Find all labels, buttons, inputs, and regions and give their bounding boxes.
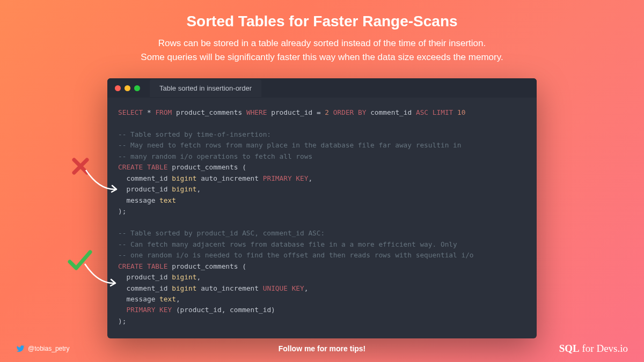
code-editor: Table sorted in insertion-order SELECT *… (107, 78, 537, 338)
kw-limit: LIMIT (433, 108, 453, 116)
brand-bold: SQL (559, 343, 580, 354)
end: ); (118, 317, 126, 325)
type: bigint (172, 185, 196, 193)
comment: -- Table sorted by product_id ASC, comme… (118, 229, 325, 237)
maximize-dot-icon (134, 85, 140, 91)
attr: auto_increment (201, 174, 259, 182)
follow-text: Follow me for more tips! (279, 344, 366, 353)
kw-table: TABLE (147, 163, 168, 171)
editor-tab: Table sorted in insertion-order (150, 79, 261, 97)
page-subtitle: Rows can be stored in a table already so… (0, 36, 644, 64)
order-col: comment_id (370, 108, 412, 116)
subtitle-line-2: Some queries will be significantly faste… (141, 52, 503, 62)
brand-rest: for Devs.io (580, 343, 628, 354)
comment: -- Can fetch many adjacent rows from dat… (118, 240, 457, 248)
tbl-name: product_comments (176, 108, 242, 116)
col: product_id (126, 185, 167, 193)
arrow-icon (82, 263, 120, 287)
attr: auto_increment (201, 284, 259, 292)
kw-orderby: ORDER BY (333, 108, 367, 116)
brand-logo: SQL for Devs.io (559, 343, 628, 354)
tbl-def: product_comments ( (172, 163, 246, 171)
kw-pk: PRIMARY KEY (126, 306, 172, 314)
type: text (159, 196, 176, 204)
twitter-handle: @tobias_petry (16, 344, 70, 353)
pk-cols: (product_id, comment_id) (176, 306, 275, 314)
type: bigint (172, 284, 196, 292)
comment: -- one random i/o is needed to find the … (118, 251, 474, 259)
minimize-dot-icon (125, 85, 130, 91)
kw-where: WHERE (246, 108, 267, 116)
editor-titlebar: Table sorted in insertion-order (107, 78, 537, 98)
arrow-icon (83, 169, 121, 193)
col: product_id (126, 273, 167, 281)
kw-select: SELECT (118, 108, 143, 116)
cond: product_id = (271, 108, 325, 116)
type: text (159, 295, 176, 303)
footer: @tobias_petry Follow me for more tips! S… (0, 343, 644, 354)
tbl-def: product_comments ( (172, 262, 246, 270)
col: comment_id (126, 174, 167, 182)
window-controls (107, 85, 140, 91)
end: ); (118, 207, 126, 215)
comment: -- many random i/o operations to fetch a… (118, 152, 312, 160)
handle-text: @tobias_petry (28, 345, 70, 352)
kw-table: TABLE (147, 262, 168, 270)
twitter-icon (16, 344, 25, 353)
kw-asc: ASC (416, 108, 428, 116)
code-block: SELECT * FROM product_comments WHERE pro… (107, 98, 537, 338)
kw-from: FROM (155, 108, 172, 116)
page-title: Sorted Tables for Faster Range-Scans (0, 0, 644, 30)
limit-n: 10 (457, 108, 465, 116)
star: * (147, 108, 151, 116)
type: bigint (172, 273, 196, 281)
subtitle-line-1: Rows can be stored in a table already so… (158, 38, 486, 48)
comment: -- Table sorted by time-of-insertion: (118, 130, 271, 138)
close-dot-icon (115, 85, 121, 91)
col: message (126, 196, 155, 204)
val: 2 (325, 108, 329, 116)
kw-uk: UNIQUE KEY (263, 284, 304, 292)
type: bigint (172, 174, 196, 182)
col: message (126, 295, 155, 303)
kw-pk: PRIMARY KEY (263, 174, 309, 182)
kw-create: CREATE (118, 262, 143, 270)
col: comment_id (126, 284, 167, 292)
comment: -- May need to fetch rows from many plac… (118, 141, 461, 149)
kw-create: CREATE (118, 163, 143, 171)
